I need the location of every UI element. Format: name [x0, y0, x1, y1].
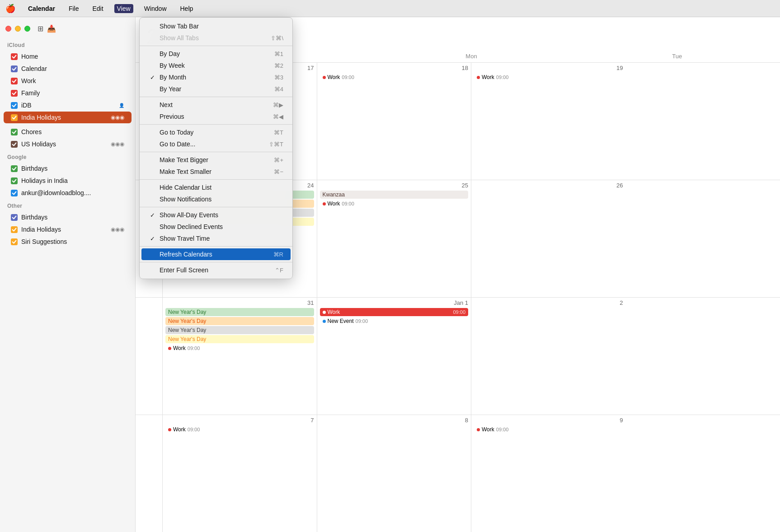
- sidebar-item-india-holidays-other[interactable]: India Holidays ◉◉◉: [4, 224, 132, 235]
- newevent-dot-jan1: [323, 320, 326, 323]
- minimize-button[interactable]: [15, 26, 21, 32]
- refresh-label: Refresh Calendars: [160, 251, 212, 258]
- menu-show-all-tabs[interactable]: Show All Tabs ⇧⌘\: [141, 32, 291, 44]
- event-nyd-31-4[interactable]: New Year's Day: [165, 335, 314, 343]
- menu-show-notifications[interactable]: Show Notifications: [141, 193, 291, 205]
- menu-show-declined[interactable]: Show Declined Events: [141, 221, 291, 233]
- grid-icon[interactable]: ⊞: [38, 24, 43, 33]
- show-notifications-label: Show Notifications: [160, 196, 211, 203]
- cell-jan1[interactable]: Jan 1 Work 09:00 New Event 09:00: [317, 298, 472, 415]
- cell-8[interactable]: 8: [317, 415, 472, 532]
- sep-3: [140, 124, 292, 125]
- event-nyd-31-2[interactable]: New Year's Day: [165, 317, 314, 325]
- us-holidays-label: US Holidays: [21, 140, 107, 148]
- event-newevent-jan1[interactable]: New Event 09:00: [320, 317, 469, 325]
- sidebar-item-calendar[interactable]: Calendar: [4, 63, 132, 75]
- siri-checkbox: [11, 238, 18, 245]
- cell-2[interactable]: 2: [471, 298, 626, 415]
- menu-fullscreen[interactable]: Enter Full Screen ⌃F: [141, 264, 291, 276]
- hide-calendar-label: Hide Calendar List: [160, 184, 211, 191]
- cell-19[interactable]: 19 Work 09:00: [471, 63, 626, 180]
- check-show-travel: ✓: [149, 235, 156, 242]
- event-nyd-31-1[interactable]: New Year's Day: [165, 308, 314, 316]
- event-work-9[interactable]: Work 09:00: [474, 425, 623, 434]
- event-work-7[interactable]: Work 09:00: [165, 425, 314, 434]
- menu-refresh[interactable]: Refresh Calendars ⌘R: [141, 248, 291, 260]
- event-work-18[interactable]: Work 09:00: [320, 73, 469, 81]
- sidebar-item-family[interactable]: Family: [4, 87, 132, 99]
- sidebar-item-idb[interactable]: iDB 👤: [4, 99, 132, 111]
- close-button[interactable]: [5, 26, 11, 32]
- event-work-19[interactable]: Work 09:00: [474, 73, 623, 81]
- menubar-file[interactable]: File: [66, 4, 82, 13]
- menu-hide-calendar[interactable]: Hide Calendar List: [141, 182, 291, 193]
- show-tab-bar-label: Show Tab Bar: [160, 23, 199, 30]
- event-work-31[interactable]: Work 09:00: [165, 344, 314, 352]
- event-work-jan1[interactable]: Work 09:00: [320, 308, 469, 316]
- menu-text-bigger[interactable]: Make Text Bigger ⌘+: [141, 154, 291, 166]
- event-work-25[interactable]: Work 09:00: [320, 200, 469, 208]
- birthdays-other-checkbox: [11, 214, 18, 221]
- work-time-19: 09:00: [496, 75, 509, 80]
- india-holidays-badge: ◉◉◉: [111, 114, 124, 121]
- menubar-view[interactable]: View: [114, 4, 133, 13]
- sidebar-item-birthdays-other[interactable]: Birthdays: [4, 211, 132, 223]
- week-num-3: [136, 298, 163, 415]
- menu-next[interactable]: Next ⌘▶: [141, 99, 291, 111]
- cell-9[interactable]: 9 Work 09:00: [471, 415, 626, 532]
- menubar-calendar[interactable]: Calendar: [25, 4, 58, 13]
- show-allday-label: Show All-Day Events: [160, 211, 218, 219]
- menu-previous[interactable]: Previous ⌘◀: [141, 111, 291, 122]
- cell-7[interactable]: 7 Work 09:00: [163, 415, 317, 532]
- work-dot-jan1: [323, 311, 326, 314]
- cell-18[interactable]: 18 Work 09:00: [317, 63, 472, 180]
- sidebar-item-us-holidays[interactable]: US Holidays ◉◉◉: [4, 138, 132, 150]
- apple-menu[interactable]: 🍎: [5, 4, 15, 14]
- work-label-7: Work: [173, 426, 186, 433]
- menu-show-allday[interactable]: ✓ Show All-Day Events: [141, 209, 291, 221]
- family-checkbox: [11, 90, 18, 97]
- shortcut-by-day: ⌘1: [274, 51, 283, 57]
- sidebar-item-chores[interactable]: Chores: [4, 126, 132, 138]
- sidebar-item-india-holidays[interactable]: India Holidays ◉◉◉: [4, 112, 132, 123]
- toolbar-icons: ⊞ 📥: [38, 24, 56, 33]
- menubar-help[interactable]: Help: [178, 4, 196, 13]
- cell-25[interactable]: 25 Kwanzaa Work 09:00: [317, 180, 472, 297]
- cell-31[interactable]: 31 New Year's Day New Year's Day New Yea…: [163, 298, 317, 415]
- menu-go-today[interactable]: Go to Today ⌘T: [141, 126, 291, 138]
- menu-by-day[interactable]: By Day ⌘1: [141, 48, 291, 60]
- menu-go-date[interactable]: Go to Date... ⇧⌘T: [141, 138, 291, 150]
- sep-2: [140, 97, 292, 97]
- sidebar-item-home[interactable]: Home: [4, 51, 132, 62]
- sidebar-item-work[interactable]: Work: [4, 75, 132, 87]
- menu-show-travel[interactable]: ✓ Show Travel Time: [141, 233, 291, 244]
- text-smaller-label: Make Text Smaller: [160, 168, 211, 175]
- work-label-25: Work: [328, 201, 340, 207]
- inbox-icon[interactable]: 📥: [47, 24, 56, 33]
- chores-label: Chores: [21, 128, 124, 135]
- menu-text-smaller[interactable]: Make Text Smaller ⌘−: [141, 166, 291, 177]
- show-declined-label: Show Declined Events: [160, 223, 223, 230]
- shortcut-refresh: ⌘R: [273, 251, 283, 258]
- event-kwanzaa[interactable]: Kwanzaa: [320, 191, 469, 199]
- maximize-button[interactable]: [24, 26, 30, 32]
- menu-show-tab-bar[interactable]: Show Tab Bar: [141, 20, 291, 32]
- event-nyd-31-3[interactable]: New Year's Day: [165, 326, 314, 334]
- shortcut-next: ⌘▶: [273, 102, 283, 108]
- sidebar-item-birthdays[interactable]: Birthdays: [4, 163, 132, 174]
- sidebar-item-siri[interactable]: Siri Suggestions: [4, 236, 132, 247]
- cell-26[interactable]: 26: [471, 180, 626, 297]
- ankur-checkbox: [11, 190, 18, 196]
- menubar-window[interactable]: Window: [141, 4, 169, 13]
- menubar-edit[interactable]: Edit: [89, 4, 106, 13]
- work-time-7: 09:00: [188, 427, 200, 432]
- show-travel-label: Show Travel Time: [160, 235, 210, 242]
- sep-5: [140, 179, 292, 180]
- sidebar-item-holidays-india[interactable]: Holidays in India: [4, 175, 132, 187]
- menu-by-week[interactable]: By Week ⌘2: [141, 60, 291, 71]
- menu-by-year[interactable]: By Year ⌘4: [141, 83, 291, 95]
- sep-4: [140, 152, 292, 152]
- menu-by-month[interactable]: ✓ By Month ⌘3: [141, 71, 291, 83]
- sidebar-item-ankur[interactable]: ankur@idownloadblog....: [4, 187, 132, 199]
- shortcut-by-month: ⌘3: [274, 74, 283, 81]
